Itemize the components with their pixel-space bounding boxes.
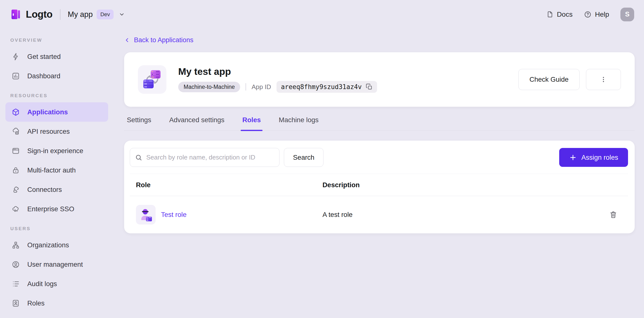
more-actions-button[interactable] [586, 69, 621, 90]
sidebar-item-enterprise-sso[interactable]: Enterprise SSO [6, 199, 108, 219]
logto-logo-icon [10, 8, 22, 20]
sidebar-item-label: Get started [27, 53, 61, 61]
search-box [130, 148, 280, 167]
sidebar-item-user-management[interactable]: User management [6, 255, 108, 274]
sidebar-item-connectors[interactable]: Connectors [6, 180, 108, 199]
tab-roles[interactable]: Roles [242, 116, 261, 131]
copy-icon[interactable] [366, 83, 373, 90]
table-header: Role Description [130, 174, 628, 196]
browser-window-icon [12, 147, 20, 155]
app-switcher[interactable]: My app Dev [68, 9, 125, 19]
cloud-box-icon [12, 127, 20, 136]
delete-role-button[interactable] [608, 209, 619, 220]
main-content: Back to Applications [124, 29, 635, 233]
lock-icon [12, 166, 20, 174]
cube-icon [12, 108, 20, 116]
trash-icon [609, 210, 618, 219]
document-icon [546, 10, 554, 18]
question-circle-icon [584, 10, 592, 18]
help-label: Help [595, 10, 609, 18]
id-card-icon [12, 299, 20, 308]
app-header-card: My test app Machine-to-Machine App ID ar… [124, 52, 635, 107]
roles-table: Role Description [130, 174, 628, 233]
app-actions: Check Guide [518, 69, 621, 90]
sidebar-section-users: USERS [10, 226, 116, 231]
role-description: A test role [322, 211, 598, 219]
role-cell: Test role [130, 205, 322, 224]
current-app-name: My app [68, 10, 93, 19]
sidebar-item-organizations[interactable]: Organizations [6, 235, 108, 255]
tab-advanced-settings[interactable]: Advanced settings [169, 116, 224, 131]
sidebar: OVERVIEW Get started Dashboard RESOURCES… [0, 29, 116, 318]
back-to-applications-link[interactable]: Back to Applications [124, 35, 194, 45]
sidebar-item-label: Organizations [27, 241, 69, 249]
check-guide-button[interactable]: Check Guide [518, 69, 580, 90]
app-detail-tabs: Settings Advanced settings Roles Machine… [124, 116, 635, 131]
tab-machine-logs[interactable]: Machine logs [279, 116, 318, 131]
sidebar-section-resources: RESOURCES [10, 93, 116, 98]
sidebar-item-label: User management [27, 261, 83, 268]
chevron-left-icon [124, 37, 130, 43]
sidebar-item-roles[interactable]: Roles [6, 294, 108, 313]
cloud-key-icon [12, 205, 20, 213]
table-row: Test role A test role [130, 196, 628, 233]
avatar-initial: S [625, 10, 630, 18]
sidebar-item-sign-in-experience[interactable]: Sign-in experience [6, 141, 108, 160]
sidebar-item-api-resources[interactable]: API resources [6, 122, 108, 141]
app-id-label: App ID [252, 83, 271, 91]
topbar: Logto My app Dev Docs Help S [0, 0, 644, 29]
sidebar-item-audit-logs[interactable]: Audit logs [6, 274, 108, 294]
roles-toolbar: Search Assign roles [130, 148, 628, 167]
back-link-label: Back to Applications [134, 36, 194, 44]
sidebar-item-label: Multi-factor auth [27, 166, 76, 174]
assign-roles-label: Assign roles [581, 154, 618, 161]
app-info: My test app Machine-to-Machine App ID ar… [178, 66, 377, 93]
sidebar-item-label: Dashboard [27, 72, 60, 80]
sidebar-item-label: API resources [27, 128, 70, 136]
docs-link[interactable]: Docs [546, 10, 573, 18]
sidebar-item-applications[interactable]: Applications [6, 102, 108, 122]
sidebar-item-get-started[interactable]: Get started [6, 47, 108, 66]
app-type-badge: Machine-to-Machine [178, 82, 240, 92]
topbar-divider [60, 9, 60, 20]
sidebar-item-label: Connectors [27, 186, 62, 194]
role-name-link[interactable]: Test role [161, 211, 186, 219]
column-header-description: Description [322, 181, 598, 189]
search-button[interactable]: Search [284, 148, 324, 167]
sidebar-item-label: Roles [27, 299, 44, 307]
column-header-role: Role [130, 181, 322, 189]
sidebar-item-dashboard[interactable]: Dashboard [6, 66, 108, 86]
sidebar-item-label: Applications [27, 108, 68, 116]
env-badge: Dev [96, 9, 114, 19]
plus-icon [569, 154, 577, 161]
tab-settings[interactable]: Settings [127, 116, 151, 131]
hierarchy-icon [12, 241, 20, 249]
docs-label: Docs [557, 10, 573, 18]
topbar-right: Docs Help S [546, 7, 634, 21]
bar-chart-icon [12, 72, 20, 80]
sidebar-item-label: Audit logs [27, 280, 57, 288]
sidebar-section-overview: OVERVIEW [10, 37, 116, 43]
person-circle-icon [12, 260, 20, 269]
meta-divider [246, 83, 246, 91]
sidebar-item-multi-factor-auth[interactable]: Multi-factor auth [6, 160, 108, 180]
search-icon [135, 154, 142, 161]
clouds-icon [12, 185, 20, 194]
sidebar-item-label: Sign-in experience [27, 147, 83, 155]
chevron-down-icon [118, 11, 125, 18]
lightning-icon [12, 52, 20, 61]
assign-roles-button[interactable]: Assign roles [559, 148, 628, 167]
app-id-chip: areeq8fhmy9szud31az4v [276, 81, 377, 93]
sidebar-item-label: Enterprise SSO [27, 205, 74, 213]
page-title: My test app [178, 66, 377, 77]
app-id-value: areeq8fhmy9szud31az4v [281, 83, 362, 91]
app-meta: Machine-to-Machine App ID areeq8fhmy9szu… [178, 81, 377, 93]
user-avatar[interactable]: S [620, 7, 634, 21]
search-input[interactable] [146, 154, 274, 161]
help-link[interactable]: Help [584, 10, 609, 18]
machine-to-machine-app-icon [138, 65, 166, 94]
m2m-role-icon [136, 205, 156, 224]
roles-panel: Search Assign roles Role Description [124, 141, 635, 233]
logto-logo[interactable]: Logto [10, 8, 52, 20]
brand-name: Logto [26, 9, 52, 20]
